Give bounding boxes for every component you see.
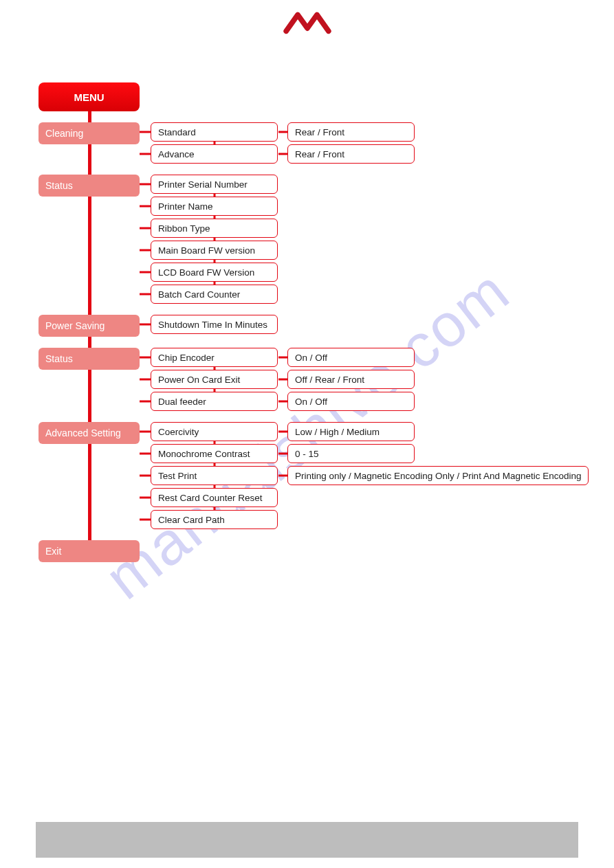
options-node: Low / High / Medium	[287, 422, 415, 441]
item-group: Printer Serial NumberPrinter NameRibbon …	[151, 175, 278, 304]
category-node: Advanced Setting	[39, 422, 140, 444]
section-exit: Exit	[39, 540, 589, 562]
item-node: Test Print	[151, 466, 278, 485]
options-node: Rear / Front	[287, 144, 415, 164]
tree-row: Monochrome Contrast0 - 15	[151, 444, 589, 463]
tree-row: Printer Serial Number	[151, 175, 278, 194]
tree-row: Dual feederOn / Off	[151, 392, 415, 411]
tree-row: Chip EncoderOn / Off	[151, 348, 415, 367]
menu-tree-diagram: MENU CleaningStandardRear / FrontAdvance…	[39, 82, 589, 562]
tree-row: Power On Card ExitOff / Rear / Front	[151, 370, 415, 389]
item-node: Monochrome Contrast	[151, 444, 278, 463]
item-group: CoercivityLow / High / MediumMonochrome …	[151, 422, 589, 529]
category-node: Cleaning	[39, 122, 140, 144]
tree-row: Ribbon Type	[151, 219, 278, 238]
options-node: On / Off	[287, 348, 415, 367]
tree-row: StandardRear / Front	[151, 122, 415, 142]
item-group: Chip EncoderOn / OffPower On Card ExitOf…	[151, 348, 415, 411]
tree-row: Batch Card Counter	[151, 285, 278, 304]
tree-row: Printer Name	[151, 197, 278, 216]
item-group: Shutdown Time In Minutes	[151, 315, 278, 334]
tree-row: Shutdown Time In Minutes	[151, 315, 278, 334]
menu-root-node: MENU	[39, 82, 140, 111]
item-node: Clear Card Path	[151, 510, 278, 529]
tree-row: Test PrintPrinting only / Magnetic Encod…	[151, 466, 589, 485]
item-node: Main Board FW version	[151, 241, 278, 260]
item-node: Rest Card Counter Reset	[151, 488, 278, 507]
item-node: Dual feeder	[151, 392, 278, 411]
section-status: StatusPrinter Serial NumberPrinter NameR…	[39, 175, 589, 304]
item-node: Power On Card Exit	[151, 370, 278, 389]
item-node: Printer Name	[151, 197, 278, 216]
tree-row: CoercivityLow / High / Medium	[151, 422, 589, 441]
logo-icon	[283, 8, 331, 36]
options-node: On / Off	[287, 392, 415, 411]
section-status: StatusChip EncoderOn / OffPower On Card …	[39, 348, 589, 411]
section-advanced-setting: Advanced SettingCoercivityLow / High / M…	[39, 422, 589, 529]
section-cleaning: CleaningStandardRear / FrontAdvanceRear …	[39, 122, 589, 164]
tree-row: Clear Card Path	[151, 510, 589, 529]
item-node: Chip Encoder	[151, 348, 278, 367]
options-node: Printing only / Magnetic Encoding Only /…	[287, 466, 589, 485]
category-node: Status	[39, 175, 140, 197]
item-node: Printer Serial Number	[151, 175, 278, 194]
item-node: LCD Board FW Version	[151, 263, 278, 282]
options-node: Off / Rear / Front	[287, 370, 415, 389]
category-node: Exit	[39, 540, 140, 562]
item-node: Ribbon Type	[151, 219, 278, 238]
item-group: StandardRear / FrontAdvanceRear / Front	[151, 122, 415, 164]
tree-row: Main Board FW version	[151, 241, 278, 260]
item-node: Advance	[151, 144, 278, 164]
item-node: Coercivity	[151, 422, 278, 441]
category-node: Power Saving	[39, 315, 140, 337]
options-node: Rear / Front	[287, 122, 415, 142]
footer-bar	[36, 822, 578, 858]
category-node: Status	[39, 348, 140, 370]
item-node: Shutdown Time In Minutes	[151, 315, 278, 334]
options-node: 0 - 15	[287, 444, 415, 463]
tree-row: Rest Card Counter Reset	[151, 488, 589, 507]
section-power-saving: Power SavingShutdown Time In Minutes	[39, 315, 589, 337]
item-node: Batch Card Counter	[151, 285, 278, 304]
tree-row: LCD Board FW Version	[151, 263, 278, 282]
tree-row: AdvanceRear / Front	[151, 144, 415, 164]
item-node: Standard	[151, 122, 278, 142]
brand-logo	[0, 8, 614, 36]
